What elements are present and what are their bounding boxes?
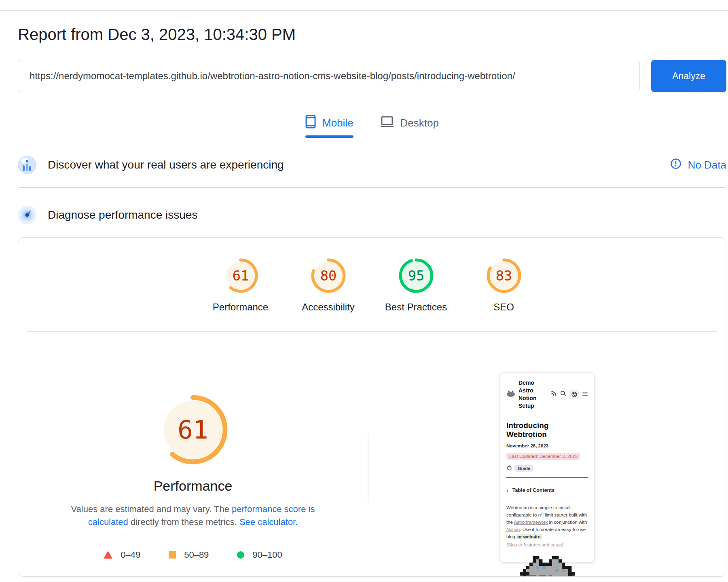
svg-text:83: 83 — [495, 268, 512, 284]
seo-gauge[interactable]: 83 — [486, 258, 522, 293]
score-accessibility: 80 Accessibility — [284, 258, 372, 313]
performance-big-gauge: 61 — [157, 393, 229, 466]
score-performance: 61 Performance — [197, 258, 284, 313]
performance-detail-area: 61 Performance Values are estimated and … — [18, 332, 726, 563]
astro-framework-link: Astro framework — [514, 520, 548, 525]
thumb-rule-light — [506, 499, 588, 499]
accessibility-score-label[interactable]: Accessibility — [302, 302, 355, 313]
desc-text-2: directly from these metrics. — [128, 517, 239, 527]
para-text-3: in conjunction with — [548, 520, 587, 525]
big-gauge-label: Performance — [154, 478, 233, 494]
para-superscript: th — [541, 512, 544, 515]
tab-mobile[interactable]: Mobile — [305, 115, 353, 138]
field-data-section-header: Discover what your real users are experi… — [18, 156, 726, 174]
score-legend: 0–49 50–89 90–100 — [104, 550, 282, 560]
legend-fail: 0–49 — [104, 550, 140, 560]
diagnose-gauge-icon — [18, 206, 36, 224]
svg-text:95: 95 — [408, 268, 424, 284]
site-name: Demo Astro Notion Setup — [518, 379, 548, 410]
top-header-bar — [0, 0, 728, 11]
svg-text:80: 80 — [320, 268, 336, 284]
screenshot-column: Demo Astro Notion Setup — [368, 332, 726, 563]
url-bar: Analyze — [18, 60, 726, 92]
post-date: November 28, 2023 — [506, 443, 588, 448]
thumb-site-header: Demo Astro Notion Setup — [506, 379, 588, 410]
tag-row: Guide — [506, 465, 588, 472]
average-square-icon — [169, 551, 176, 559]
legend-pass: 90–100 — [237, 550, 282, 560]
pusheen-pixel-art — [506, 556, 588, 577]
phone-outline-icon — [305, 115, 316, 131]
score-seo: 83 SEO — [460, 258, 548, 313]
skip-note: (Skip to features and setup) — [506, 542, 588, 547]
laptop-outline-icon — [380, 116, 394, 131]
score-description: Values are estimated and may vary. The p… — [58, 503, 328, 529]
notion-link: Notion — [506, 527, 520, 532]
last-updated-badge: Last Updated: December 3, 2023 — [506, 453, 580, 460]
see-calculator-link[interactable]: See calculator. — [239, 517, 298, 527]
accessibility-gauge[interactable]: 80 — [311, 258, 346, 293]
page-title: Report from Dec 3, 2023, 10:34:30 PM — [18, 25, 726, 44]
search-icon — [560, 390, 566, 398]
psi-report-page: Report from Dec 3, 2023, 10:34:30 PM Ana… — [18, 25, 726, 577]
legend-average-range: 50–89 — [184, 550, 209, 560]
post-title: Introducing Webtrotion — [506, 421, 588, 439]
planet-theme-icon — [569, 390, 579, 399]
tab-mobile-label: Mobile — [322, 117, 353, 129]
field-data-heading: Discover what your real users are experi… — [48, 158, 284, 171]
cat-logo-icon — [506, 390, 515, 399]
tab-desktop-label: Desktop — [400, 117, 439, 129]
category-scores-row: 61 Performance 80 Accessibility — [18, 238, 726, 313]
toc-label: Table of Contents — [512, 487, 555, 493]
or-website-highlight: or website. — [516, 534, 542, 539]
info-circle-icon[interactable] — [670, 158, 681, 172]
fail-triangle-icon — [104, 551, 112, 559]
tag-badge: Guide — [514, 465, 533, 472]
tab-desktop[interactable]: Desktop — [380, 115, 439, 138]
table-of-contents-toggle: › Table of Contents — [506, 487, 588, 493]
thumb-rule-maroon — [506, 477, 588, 478]
best-practices-gauge[interactable]: 95 — [398, 258, 434, 293]
post-intro-paragraph: Webtrotion is a simple to install, confi… — [506, 504, 588, 541]
device-tabs: Mobile Desktop — [18, 115, 726, 138]
thumb-header-icons — [551, 390, 588, 399]
performance-score-label[interactable]: Performance — [213, 302, 268, 313]
field-data-status[interactable]: No Data — [670, 158, 726, 172]
desc-text-1: Values are estimated and may vary. The — [71, 504, 232, 514]
real-users-circle-icon — [18, 156, 36, 174]
status-label[interactable]: No Data — [688, 159, 726, 171]
legend-pass-range: 90–100 — [252, 550, 282, 560]
score-best-practices: 95 Best Practices — [372, 258, 460, 313]
url-input[interactable] — [18, 60, 640, 92]
pass-circle-icon — [237, 551, 244, 559]
performance-summary-column: 61 Performance Values are estimated and … — [18, 332, 368, 563]
analyze-button[interactable]: Analyze — [651, 60, 726, 92]
legend-average: 50–89 — [169, 550, 209, 560]
menu-icon — [582, 391, 588, 398]
chevron-right-icon: › — [506, 487, 508, 493]
lighthouse-report-card: 61 Performance 80 Accessibility — [18, 237, 726, 577]
tag-icon — [506, 465, 512, 472]
lab-data-heading: Diagnose performance issues — [48, 209, 197, 221]
lab-data-section-header: Diagnose performance issues — [18, 206, 726, 224]
seo-score-label[interactable]: SEO — [493, 302, 514, 313]
legend-fail-range: 0–49 — [121, 550, 140, 560]
best-practices-score-label[interactable]: Best Practices — [385, 302, 447, 313]
svg-text:61: 61 — [178, 415, 208, 445]
performance-gauge[interactable]: 61 — [223, 258, 258, 293]
section-divider — [18, 187, 726, 188]
rss-icon — [551, 390, 557, 398]
final-screenshot-thumbnail[interactable]: Demo Astro Notion Setup — [500, 372, 595, 563]
svg-text:61: 61 — [232, 268, 249, 284]
